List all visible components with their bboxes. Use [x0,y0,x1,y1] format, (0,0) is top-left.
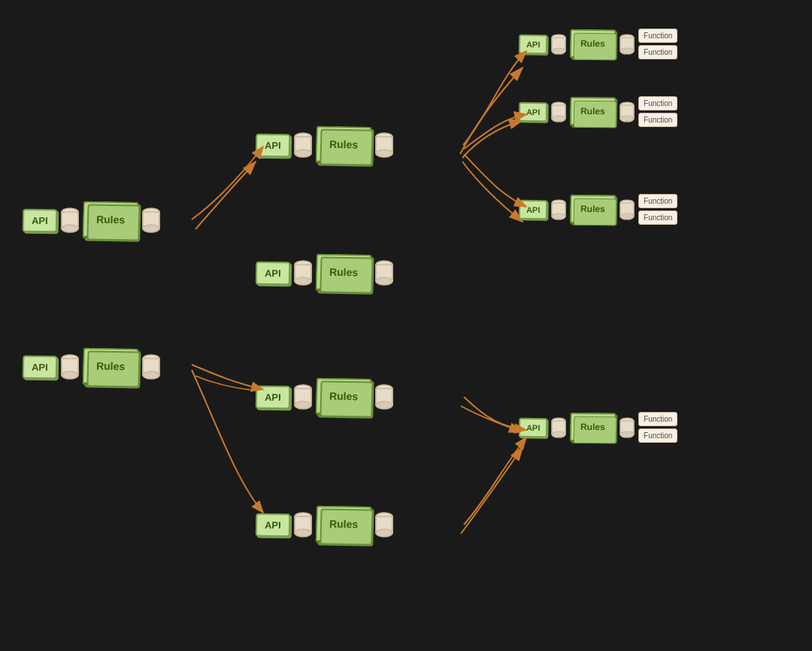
cylinder-right1 [550,34,567,55]
svg-point-4 [62,225,78,232]
diagram-canvas: API Rules API Rules [0,0,812,651]
cylinder-right3b [619,199,635,220]
cylinder-mid1b [374,132,394,158]
rules-box-right3: Rules [570,195,616,225]
function-box-right3-1: Function [638,194,677,208]
svg-point-99 [620,431,634,438]
cylinder-mid3b [374,384,394,410]
node-left-row2: API Rules [23,348,161,386]
function-stack-right2: Function Function [638,96,677,127]
node-right3: API Rules Function Function [519,194,677,225]
svg-point-54 [295,529,311,537]
svg-point-39 [376,277,392,285]
svg-point-44 [295,401,311,409]
function-box-right4-2: Function [638,428,677,443]
cylinder-left2b [141,354,161,380]
rules-box-right1: Rules [570,29,616,59]
cylinder-mid2b [374,260,394,286]
svg-point-24 [295,150,311,157]
rules-box-mid3: Rules [315,377,371,416]
cylinder-mid1 [293,132,313,158]
api-box-right3: API [519,199,548,219]
svg-point-29 [376,150,392,157]
node-right4: API Rules Function Function [519,412,677,443]
cylinder-right4 [550,417,567,438]
svg-point-19 [143,371,159,379]
function-box-right1-2: Function [638,45,677,59]
cylinder-mid2 [293,260,313,286]
svg-point-84 [552,213,565,220]
rules-box-right4: Rules [570,413,616,443]
svg-point-89 [620,213,634,220]
node-mid1: API Rules [256,126,394,164]
cylinder-mid3 [293,384,313,410]
svg-point-34 [295,277,311,285]
api-box-mid4: API [256,513,290,536]
cylinder-left1 [60,207,80,233]
rules-box-mid1: Rules [315,126,371,164]
svg-point-49 [376,401,392,409]
svg-point-79 [620,116,634,122]
api-box-mid1: API [256,133,290,156]
svg-point-9 [143,225,159,232]
node-right2: API Rules Function Function [519,96,677,127]
function-box-right2-1: Function [638,96,677,111]
api-box-mid3: API [256,385,290,408]
function-box-right1-1: Function [638,29,677,43]
svg-point-59 [376,529,392,537]
svg-point-94 [552,431,565,438]
function-stack-right4: Function Function [638,412,677,443]
function-stack-right3: Function Function [638,194,677,225]
cylinder-mid4 [293,512,313,537]
cylinder-right3 [550,199,567,220]
api-box-right2: API [519,101,548,121]
cylinder-right4b [619,417,635,438]
rules-box-left1: Rules [82,201,138,239]
api-box-left2: API [23,355,57,378]
svg-point-64 [552,48,565,54]
api-box-left1: API [23,208,57,232]
cylinder-mid4b [374,512,394,537]
node-mid3: API Rules [256,378,394,416]
api-box-right1: API [519,34,548,53]
function-box-right4-1: Function [638,412,677,426]
cylinder-right2 [550,101,567,123]
node-right1: API Rules Function Function [519,29,677,59]
function-stack-right1: Function Function [638,29,677,59]
svg-point-74 [552,116,565,122]
cylinder-right1b [619,34,635,55]
function-box-right3-2: Function [638,210,677,225]
rules-box-right2: Rules [570,97,616,127]
api-box-right4: API [519,417,548,437]
cylinder-right2b [619,101,635,123]
rules-box-mid4: Rules [315,505,371,544]
function-box-right2-2: Function [638,113,677,127]
connections-svg [0,0,812,651]
rules-box-mid2: Rules [315,253,371,292]
rules-box-left2: Rules [82,347,138,386]
api-box-mid2: API [256,261,290,284]
node-mid2: API Rules [256,254,394,292]
svg-point-69 [620,48,634,54]
cylinder-left2 [60,354,80,380]
cylinder-left1b [141,207,161,233]
node-mid4: API Rules [256,506,394,544]
arrows-overlay [0,0,812,651]
svg-point-14 [62,371,78,379]
node-left-row1: API Rules [23,201,161,239]
